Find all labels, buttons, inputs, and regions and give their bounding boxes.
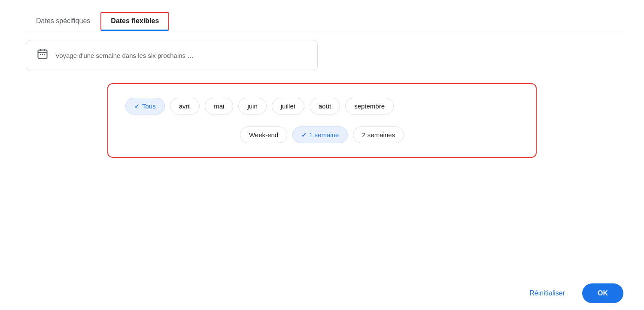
- tab-dates-specifiques[interactable]: Dates spécifiques: [26, 12, 100, 31]
- months-chips-row: ✓Tousavrilmaijuinjuilletaoûtseptembre: [125, 98, 519, 114]
- reinitialiser-button[interactable]: Réinitialiser: [522, 285, 572, 301]
- voyage-text: Voyage d'une semaine dans les six procha…: [55, 52, 194, 59]
- month-chip-aout[interactable]: août: [310, 98, 340, 114]
- check-icon: ✓: [134, 103, 140, 110]
- month-chip-septembre[interactable]: septembre: [345, 98, 394, 114]
- voyage-card[interactable]: Voyage d'une semaine dans les six procha…: [26, 40, 318, 71]
- month-chip-avril[interactable]: avril: [170, 98, 200, 114]
- chip-label: 2 semaines: [362, 131, 395, 138]
- chip-label: mai: [214, 102, 224, 110]
- month-chip-juin[interactable]: juin: [238, 98, 266, 114]
- tabs-row: Dates spécifiques Dates flexibles: [26, 0, 627, 31]
- chip-label: juin: [247, 102, 257, 110]
- chip-label: 1 semaine: [309, 131, 339, 138]
- ok-button[interactable]: OK: [582, 283, 623, 303]
- month-chip-juillet[interactable]: juillet: [272, 98, 304, 114]
- duration-chip-2semaines[interactable]: 2 semaines: [353, 126, 404, 143]
- month-chip-mai[interactable]: mai: [205, 98, 233, 114]
- chip-label: Tous: [142, 102, 156, 110]
- chip-label: août: [319, 102, 331, 110]
- duration-chips-row: Week-end✓1 semaine2 semaines: [125, 126, 519, 143]
- chip-label: juillet: [281, 102, 295, 110]
- check-icon: ✓: [301, 132, 307, 138]
- month-chip-tous[interactable]: ✓Tous: [125, 98, 165, 114]
- bottom-bar: Réinitialiser OK: [0, 276, 644, 310]
- chip-label: Week-end: [249, 131, 278, 138]
- chip-label: avril: [179, 102, 191, 110]
- chip-label: septembre: [354, 102, 385, 110]
- page-container: Dates spécifiques Dates flexibles Voyage…: [0, 0, 644, 310]
- duration-chip-1semaine[interactable]: ✓1 semaine: [292, 126, 348, 143]
- tab-dates-flexibles[interactable]: Dates flexibles: [100, 12, 169, 31]
- selection-box: ✓Tousavrilmaijuinjuilletaoûtseptembre We…: [107, 83, 537, 158]
- calendar-icon: [36, 48, 49, 63]
- duration-chip-weekend[interactable]: Week-end: [240, 126, 287, 143]
